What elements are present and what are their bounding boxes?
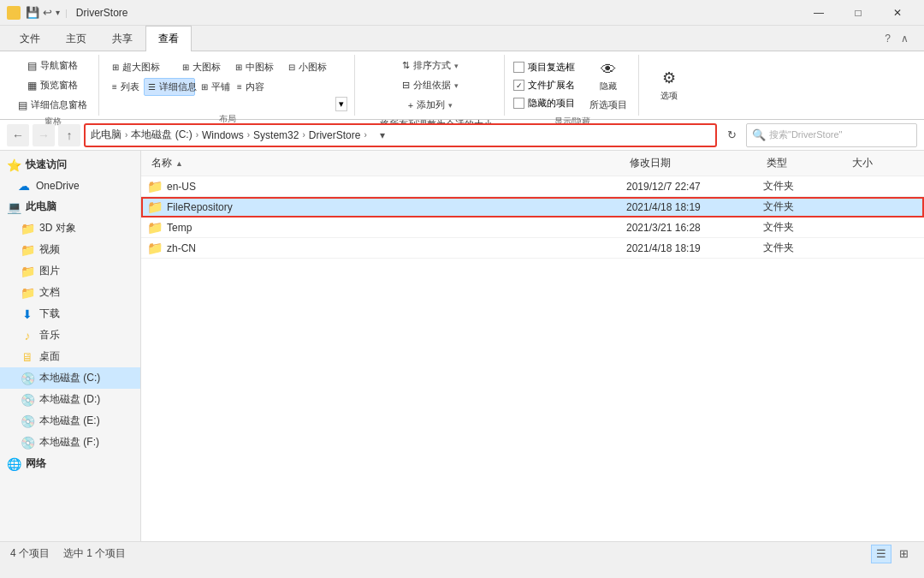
extra-large-icons-button[interactable]: ⊞ 超大图标 [108,58,176,76]
sidebar-quick-access[interactable]: ⭐ 快速访问 [0,154,140,176]
collapse-ribbon-button[interactable]: ∧ [896,31,914,46]
sidebar-d-drive[interactable]: 💿 本地磁盘 (D:) [0,389,140,410]
breadcrumb-this-pc[interactable]: 此电脑 [91,128,121,142]
sidebar-c-drive[interactable]: 💿 本地磁盘 (C:) [0,367,140,389]
f-drive-icon: 💿 [21,436,34,450]
sidebar-this-pc[interactable]: 💻 此电脑 [0,196,140,217]
breadcrumb-windows[interactable]: Windows [202,129,244,141]
sidebar-network[interactable]: 🌐 网络 [0,453,140,474]
item-checkbox-toggle[interactable]: 项目复选框 [513,60,575,74]
group-by-button[interactable]: ⊟ 分组依据 ▾ [398,76,463,94]
music-icon: ♪ [21,329,34,343]
help-button[interactable]: ? [880,31,896,46]
sidebar-3d-objects[interactable]: 📁 3D 对象 [0,217,140,239]
address-dropdown-button[interactable]: ▾ [374,127,391,144]
undo-icon[interactable]: ↩ [43,6,52,19]
d-drive-label: 本地磁盘 (D:) [39,392,100,407]
e-drive-label: 本地磁盘 (E:) [39,414,100,428]
d-drive-icon: 💿 [21,393,34,407]
breadcrumb-c-drive[interactable]: 本地磁盘 (C:) [131,128,192,142]
this-pc-icon: 💻 [7,200,21,214]
tiles-button[interactable]: ⊞ 平铺 [197,78,231,96]
small-icons-button[interactable]: ⊟ 小图标 [284,58,335,76]
ribbon-group-current-view: ⇅ 排序方式 ▾ ⊟ 分组依据 ▾ + 添加列 ▾ ↔ 将所有列调整为合适的大小… [357,55,505,116]
large-icons-view-toggle[interactable]: ⊞ [893,545,914,563]
hidden-items-toggle[interactable]: 隐藏的项目 [513,96,575,110]
ribbon-group-options: ⚙ 选项 [641,55,697,116]
sidebar-desktop[interactable]: 🖥 桌面 [0,346,140,367]
folder-icon-zh-cn: 📁 [148,241,162,255]
search-bar[interactable]: 🔍 搜索"DriverStore" [746,123,917,147]
breadcrumb-system32[interactable]: System32 [253,129,299,141]
details-view-toggle[interactable]: ☰ [871,545,891,563]
file-row-temp[interactable]: 📁 Temp 2021/3/21 16:28 文件夹 [141,217,924,238]
network-icon: 🌐 [7,457,21,471]
documents-icon: 📁 [21,286,34,300]
hidden-items-checkbox [513,98,524,109]
preview-pane-button[interactable]: ▦ 预览窗格 [23,76,82,94]
tab-file[interactable]: 文件 [7,26,53,51]
tab-share[interactable]: 共享 [99,26,145,51]
sort-arrow-name: ▲ [175,159,183,168]
breadcrumb-driverstore[interactable]: DriverStore [309,129,361,141]
medium-icons-button[interactable]: ⊞ 中图标 [231,58,282,76]
options-button[interactable]: ⚙ 选项 [648,62,690,108]
close-button[interactable]: ✕ [878,0,917,26]
refresh-button[interactable]: ↻ [720,124,743,146]
hide-icon: 👁 [598,61,619,79]
tab-home[interactable]: 主页 [53,26,99,51]
folder-icon-en-us: 📁 [148,180,162,194]
header-size[interactable]: 大小 [849,154,917,172]
sidebar-videos[interactable]: 📁 视频 [0,239,140,260]
back-button[interactable]: ← [7,124,29,146]
tab-view[interactable]: 查看 [145,26,192,51]
folder-icon-temp: 📁 [148,221,162,235]
item-checkbox-box [513,62,524,73]
pictures-icon: 📁 [21,265,34,278]
minimize-button[interactable]: — [799,0,838,26]
header-type[interactable]: 类型 [763,154,849,172]
address-bar[interactable]: 此电脑 › 本地磁盘 (C:) › Windows › System32 › D… [84,123,717,147]
sidebar-e-drive[interactable]: 💿 本地磁盘 (E:) [0,410,140,432]
sidebar-f-drive[interactable]: 💿 本地磁盘 (F:) [0,432,140,453]
3d-objects-label: 3D 对象 [39,221,76,235]
large-icons-button[interactable]: ⊞ 大图标 [178,58,229,76]
title-bar-left: 💾 ↩ ▾ | DriverStore [7,6,128,20]
nav-pane-button[interactable]: ▤ 导航窗格 [23,57,82,74]
file-extension-toggle[interactable]: 文件扩展名 [513,78,575,92]
up-button[interactable]: ↑ [58,124,80,146]
sort-by-button[interactable]: ⇅ 排序方式 ▾ [398,57,463,74]
list-button[interactable]: ≡ 列表 [108,78,142,96]
onedrive-label: OneDrive [36,180,80,192]
forward-button[interactable]: → [33,124,55,146]
add-columns-button[interactable]: + 添加列 ▾ [404,96,457,114]
sidebar-documents[interactable]: 📁 文档 [0,282,140,303]
videos-label: 视频 [39,242,60,257]
content-button[interactable]: ≡ 内容 [233,78,267,96]
down-arrow[interactable]: ▾ [56,8,60,17]
file-name-zh-cn: 📁 zh-CN [148,241,626,255]
status-bar: 4 个项目 选中 1 个项目 ☰ ⊞ [0,541,924,565]
ribbon-content: ▤ 导航窗格 ▦ 预览窗格 ▤ 详细信息窗格 窗格 ⊞ 超大图标 ⊞ [0,51,924,120]
sidebar-downloads[interactable]: ⬇ 下载 [0,303,140,325]
details-button[interactable]: ☰ 详细信息 [144,78,195,96]
save-icon[interactable]: 💾 [26,6,39,19]
videos-icon: 📁 [21,243,34,257]
layout-expand-button[interactable]: ▾ [335,97,347,111]
ribbon-group-panes: ▤ 导航窗格 ▦ 预览窗格 ▤ 详细信息窗格 窗格 [7,55,99,116]
sidebar-pictures[interactable]: 📁 图片 [0,260,140,282]
hide-button[interactable]: 👁 隐藏 [591,60,625,92]
selected-items-button[interactable]: 所选项目 [585,96,631,114]
header-name[interactable]: 名称 ▲ [148,154,626,172]
file-row-filerepository[interactable]: 📁 FileRepository 2021/4/18 18:19 文件夹 [141,197,924,217]
desktop-icon: 🖥 [21,350,34,364]
details-pane-button[interactable]: ▤ 详细信息窗格 [14,96,92,114]
network-label: 网络 [26,456,46,471]
sidebar-music[interactable]: ♪ 音乐 [0,325,140,346]
file-row-en-us[interactable]: 📁 en-US 2019/12/7 22:47 文件夹 [141,176,924,197]
file-row-zh-cn[interactable]: 📁 zh-CN 2021/4/18 18:19 文件夹 [141,238,924,259]
window-controls: — □ ✕ [799,0,917,26]
header-date[interactable]: 修改日期 [626,154,763,172]
maximize-button[interactable]: □ [838,0,878,26]
sidebar-onedrive[interactable]: ☁ OneDrive [0,176,140,196]
